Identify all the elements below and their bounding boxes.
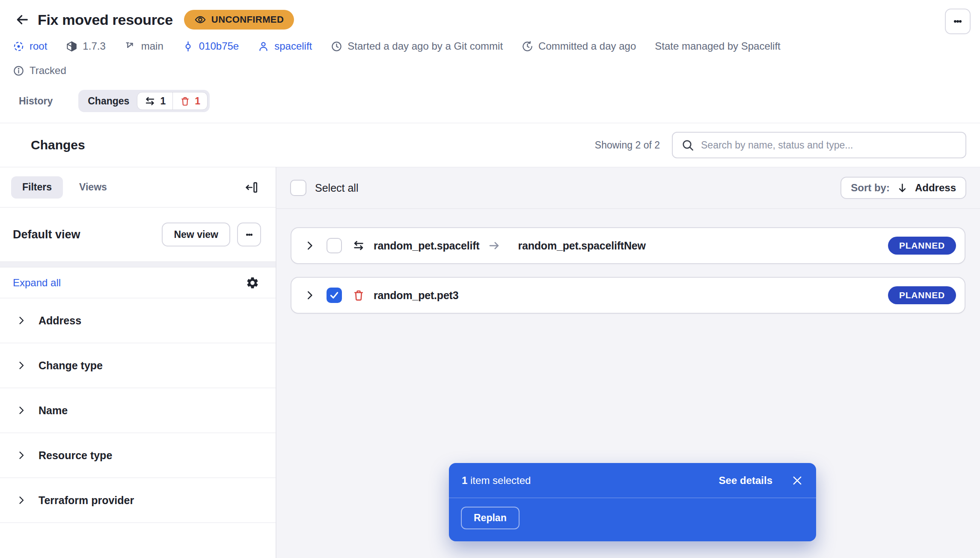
resource-address-to: random_pet.spaceliftNew <box>518 240 645 252</box>
cube-icon <box>66 41 77 52</box>
meta-branch: main <box>125 40 163 52</box>
status-badge-planned: PLANNED <box>888 237 956 255</box>
commit-icon <box>182 41 194 52</box>
swap-icon <box>352 239 365 252</box>
chevron-right-icon <box>16 495 27 505</box>
search-input[interactable] <box>701 140 957 151</box>
run-page: Fix moved resource UNCONFIRMED root <box>0 0 980 558</box>
change-row-deleted[interactable]: random_pet.pet3 PLANNED <box>291 277 965 314</box>
header-menu-button[interactable] <box>945 9 971 34</box>
tab-changes[interactable]: Changes 1 1 <box>78 90 210 112</box>
selection-message: 1 item selected <box>462 475 531 487</box>
sidebar-divider <box>0 262 276 267</box>
collapse-panel-icon[interactable] <box>245 181 258 194</box>
tab-views[interactable]: Views <box>79 181 107 193</box>
arrow-right-icon <box>488 239 501 252</box>
space-icon <box>13 41 24 52</box>
selection-toast: 1 item selected See details Replan <box>449 463 816 541</box>
back-button[interactable] <box>13 10 32 29</box>
meta-commit[interactable]: 010b75e <box>182 40 239 52</box>
history-icon <box>522 41 533 52</box>
see-details-link[interactable]: See details <box>719 475 772 487</box>
close-icon[interactable] <box>791 475 803 487</box>
ellipsis-icon <box>246 234 252 236</box>
person-icon <box>258 41 269 52</box>
chevron-right-icon <box>16 360 27 371</box>
trash-icon <box>352 289 365 302</box>
meta-space[interactable]: root <box>13 40 47 52</box>
meta-user[interactable]: spacelift <box>258 40 312 52</box>
meta-tracked: Tracked <box>13 63 967 78</box>
change-row-moved[interactable]: random_pet.spacelift random_pet.spacelif… <box>291 227 965 264</box>
expand-all-link[interactable]: Expand all <box>13 277 61 289</box>
gear-icon[interactable] <box>246 276 259 290</box>
run-header: Fix moved resource UNCONFIRMED root <box>0 0 980 123</box>
resource-address: random_pet.pet3 <box>374 289 458 302</box>
changes-section-header: Changes Showing 2 of 2 <box>0 123 980 167</box>
chevron-right-icon <box>16 405 27 416</box>
status-badge: UNCONFIRMED <box>184 10 294 30</box>
row-checkbox[interactable] <box>327 238 342 253</box>
ellipsis-icon <box>954 20 962 23</box>
sort-button[interactable]: Sort by: Address <box>840 177 966 199</box>
chevron-right-icon <box>16 315 27 326</box>
clock-icon <box>331 41 342 52</box>
info-icon <box>13 65 24 77</box>
resource-address-from: random_pet.spacelift <box>374 240 479 252</box>
section-title: Changes <box>31 138 85 152</box>
eye-icon <box>194 14 206 26</box>
filter-section-terraform-provider[interactable]: Terraform provider <box>0 478 276 523</box>
arrow-left-icon <box>15 12 30 27</box>
filter-section-name[interactable]: Name <box>0 388 276 433</box>
tab-history[interactable]: History <box>19 95 53 107</box>
view-menu-button[interactable] <box>237 223 261 246</box>
meta-version: 1.7.3 <box>66 40 105 52</box>
meta-state: State managed by Spacelift <box>655 40 781 52</box>
swap-icon <box>144 95 156 107</box>
arrow-down-icon <box>897 182 908 194</box>
branch-icon <box>125 41 136 52</box>
chevron-right-icon[interactable] <box>304 240 315 251</box>
chevron-right-icon <box>16 450 27 460</box>
meta-started: Started a day ago by a Git commit <box>331 40 503 52</box>
filters-sidebar: Filters Views Default view New view Expa… <box>0 167 276 558</box>
filter-section-resource-type[interactable]: Resource type <box>0 433 276 478</box>
deleted-counter: 1 <box>172 92 207 110</box>
default-view-label: Default view <box>13 228 80 241</box>
run-tabs: History Changes 1 1 <box>13 90 967 112</box>
page-title: Fix moved resource <box>38 12 173 28</box>
search-icon <box>681 139 694 151</box>
meta-committed: Committed a day ago <box>522 40 636 52</box>
filter-section-address[interactable]: Address <box>0 298 276 343</box>
run-meta: root 1.7.3 main 010b75e <box>13 39 967 54</box>
search-box <box>672 132 966 158</box>
new-view-button[interactable]: New view <box>162 223 230 246</box>
moved-counter: 1 <box>137 92 172 110</box>
row-checkbox-checked[interactable] <box>327 288 342 303</box>
chevron-right-icon[interactable] <box>304 290 315 301</box>
tab-filters[interactable]: Filters <box>11 176 63 199</box>
changes-counters: 1 1 <box>137 92 208 110</box>
select-all-checkbox[interactable] <box>290 180 306 196</box>
replan-button[interactable]: Replan <box>461 507 520 529</box>
select-all-label: Select all <box>315 182 358 194</box>
status-badge-planned: PLANNED <box>888 286 956 304</box>
filter-section-change-type[interactable]: Change type <box>0 343 276 388</box>
trash-icon <box>180 96 190 107</box>
result-count: Showing 2 of 2 <box>595 140 660 151</box>
check-icon <box>329 290 340 301</box>
